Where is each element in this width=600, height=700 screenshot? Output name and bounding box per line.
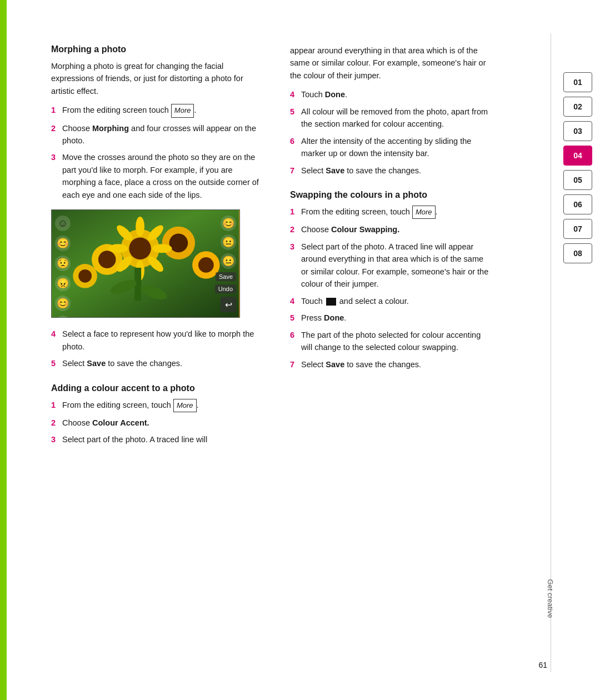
morphing-heading: Morphing a photo <box>51 44 268 54</box>
more-button-1[interactable]: More <box>171 104 194 117</box>
get-creative-label: Get creative <box>546 579 554 618</box>
colour-accent-step-4: 4 Touch Done. <box>290 88 490 101</box>
main-content: Morphing a photo Morphing a photo is gre… <box>7 0 600 700</box>
more-button-3[interactable]: More <box>412 206 436 219</box>
swapping-step-1: 1 From the editing screen, touch More. <box>290 206 490 219</box>
svg-point-17 <box>108 244 128 253</box>
morph-image: ☺ 😊 😟 😠 😊 😌 😊 😐 😐 Save Undo <box>51 209 240 318</box>
svg-point-6 <box>169 234 188 253</box>
face-icon-5[interactable]: 😊 <box>55 296 71 311</box>
morphing-intro: Morphing a photo is great for changing t… <box>51 60 268 97</box>
save-button-image[interactable]: Save <box>216 272 236 281</box>
face-icon-2[interactable]: 😊 <box>55 236 71 251</box>
morphing-steps: 1 From the editing screen touch More. 2 … <box>51 104 268 201</box>
chapter-07[interactable]: 07 <box>563 219 592 239</box>
svg-point-13 <box>152 244 172 253</box>
svg-point-4 <box>98 251 116 269</box>
swapping-step-6: 6 The part of the photo selected for col… <box>290 329 490 354</box>
back-arrow-icon[interactable]: ↩ <box>221 297 236 312</box>
face-column-left: ☺ 😊 😟 😠 😊 😌 <box>55 216 71 318</box>
svg-point-10 <box>78 269 92 283</box>
colour-accent-step-7: 7 Select Save to save the changes. <box>290 164 490 177</box>
face-icon-4[interactable]: 😠 <box>55 276 71 291</box>
columns: Morphing a photo Morphing a photo is gre… <box>51 44 556 667</box>
colour-accent-steps-cont: 4 Touch Done. 5 All colour will be remov… <box>290 88 490 177</box>
col-left: Morphing a photo Morphing a photo is gre… <box>51 44 268 667</box>
colour-accent-step-5: 5 All colour will be removed from the ph… <box>290 106 490 131</box>
morphing-step-2: 2 Choose Morphing and four crosses will … <box>51 122 268 147</box>
swapping-step-5: 5 Press Done. <box>290 312 490 324</box>
face-icon-1[interactable]: ☺ <box>55 216 71 231</box>
chapter-08[interactable]: 08 <box>563 243 592 263</box>
face-icon-right-2[interactable]: 😐 <box>221 234 236 250</box>
swapping-step-2: 2 Choose Colour Swapping. <box>290 223 490 236</box>
chapter-06[interactable]: 06 <box>563 194 592 214</box>
svg-point-11 <box>136 217 144 237</box>
colour-accent-step-1: 1 From the editing screen, touch More. <box>51 399 268 412</box>
morphing-step-1: 1 From the editing screen touch More. <box>51 104 268 117</box>
chapter-05[interactable]: 05 <box>563 170 592 190</box>
swapping-step-7: 7 Select Save to save the changes. <box>290 358 490 371</box>
colour-accent-steps: 1 From the editing screen, touch More. 2… <box>51 399 268 446</box>
svg-point-2 <box>129 238 151 260</box>
col-right: appear around everything in that area wh… <box>290 44 496 667</box>
morphing-step-5: 5 Select Save to save the changes. <box>51 357 268 369</box>
face-icon-3[interactable]: 😟 <box>55 256 71 271</box>
page-number: 61 <box>538 661 547 669</box>
colour-accent-cont: appear around everything in that area wh… <box>290 44 490 82</box>
face-icon-right-3[interactable]: 😐 <box>221 253 236 269</box>
colour-accent-step-3: 3 Select part of the photo. A traced lin… <box>51 433 268 446</box>
colour-accent-heading: Adding a colour accent to a photo <box>51 383 268 393</box>
face-icon-6[interactable]: 😌 <box>55 316 71 318</box>
chapter-02[interactable]: 02 <box>563 97 592 117</box>
color-swatch <box>326 298 336 306</box>
more-button-2[interactable]: More <box>173 399 197 412</box>
left-stripe <box>0 0 7 700</box>
swapping-step-4: 4 Touch and select a colour. <box>290 295 490 307</box>
face-icon-right-1[interactable]: 😊 <box>221 216 236 231</box>
svg-point-8 <box>198 257 214 273</box>
page-container: Morphing a photo Morphing a photo is gre… <box>0 0 600 700</box>
swapping-heading: Swapping the colours in a photo <box>290 190 490 200</box>
colour-accent-step-2: 2 Choose Colour Accent. <box>51 417 268 429</box>
chapter-sidebar: 01 02 03 04 05 06 07 08 <box>556 44 600 667</box>
undo-button-image[interactable]: Undo <box>215 284 236 293</box>
right-icons: 😊 😐 😐 Save Undo ↩ <box>215 216 236 312</box>
morphing-step-3: 3 Move the crosses around the photo so t… <box>51 151 268 201</box>
morphing-steps-2: 4 Select a face to represent how you'd l… <box>51 328 268 369</box>
sidebar-line <box>551 33 551 672</box>
morphing-step-4: 4 Select a face to represent how you'd l… <box>51 328 268 353</box>
chapter-01[interactable]: 01 <box>563 72 592 92</box>
swapping-step-3: 3 Select part of the photo. A traced lin… <box>290 241 490 291</box>
colour-accent-step-6: 6 Alter the intensity of the accenting b… <box>290 135 490 160</box>
swapping-steps: 1 From the editing screen, touch More. 2… <box>290 206 490 371</box>
chapter-03[interactable]: 03 <box>563 121 592 141</box>
chapter-04[interactable]: 04 <box>563 146 592 166</box>
